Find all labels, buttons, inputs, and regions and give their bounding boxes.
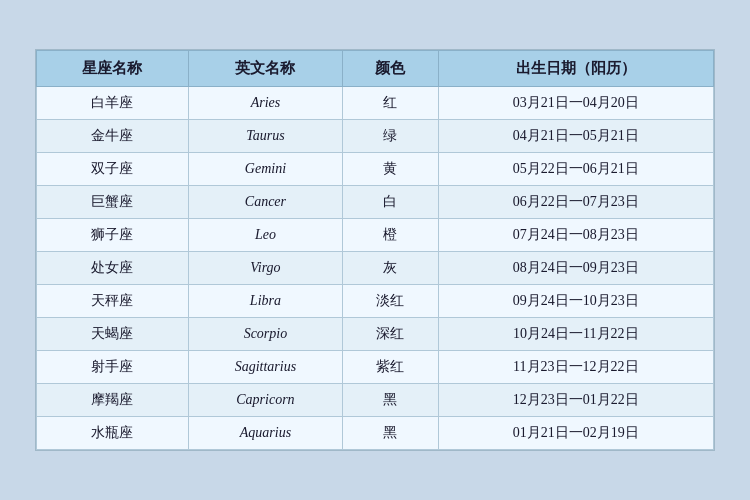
table-row: 双子座Gemini黄05月22日一06月21日 xyxy=(37,153,714,186)
cell-color: 紫红 xyxy=(343,351,439,384)
cell-color: 白 xyxy=(343,186,439,219)
cell-color: 淡红 xyxy=(343,285,439,318)
cell-dates: 01月21日一02月19日 xyxy=(438,417,713,450)
cell-en: Aquarius xyxy=(188,417,342,450)
table-row: 摩羯座Capricorn黑12月23日一01月22日 xyxy=(37,384,714,417)
cell-color: 深红 xyxy=(343,318,439,351)
cell-zh: 天蝎座 xyxy=(37,318,189,351)
table-row: 狮子座Leo橙07月24日一08月23日 xyxy=(37,219,714,252)
zodiac-table-container: 星座名称 英文名称 颜色 出生日期（阳历） 白羊座Aries红03月21日一04… xyxy=(35,49,715,451)
cell-color: 灰 xyxy=(343,252,439,285)
col-header-dates: 出生日期（阳历） xyxy=(438,51,713,87)
cell-en: Libra xyxy=(188,285,342,318)
col-header-en: 英文名称 xyxy=(188,51,342,87)
cell-dates: 10月24日一11月22日 xyxy=(438,318,713,351)
cell-color: 橙 xyxy=(343,219,439,252)
cell-zh: 摩羯座 xyxy=(37,384,189,417)
cell-zh: 射手座 xyxy=(37,351,189,384)
cell-dates: 08月24日一09月23日 xyxy=(438,252,713,285)
table-row: 处女座Virgo灰08月24日一09月23日 xyxy=(37,252,714,285)
cell-en: Taurus xyxy=(188,120,342,153)
cell-dates: 12月23日一01月22日 xyxy=(438,384,713,417)
cell-en: Scorpio xyxy=(188,318,342,351)
cell-en: Leo xyxy=(188,219,342,252)
cell-dates: 04月21日一05月21日 xyxy=(438,120,713,153)
cell-zh: 水瓶座 xyxy=(37,417,189,450)
table-row: 水瓶座Aquarius黑01月21日一02月19日 xyxy=(37,417,714,450)
cell-zh: 双子座 xyxy=(37,153,189,186)
cell-dates: 06月22日一07月23日 xyxy=(438,186,713,219)
cell-dates: 05月22日一06月21日 xyxy=(438,153,713,186)
table-row: 金牛座Taurus绿04月21日一05月21日 xyxy=(37,120,714,153)
cell-en: Aries xyxy=(188,87,342,120)
cell-dates: 07月24日一08月23日 xyxy=(438,219,713,252)
cell-color: 红 xyxy=(343,87,439,120)
cell-color: 绿 xyxy=(343,120,439,153)
table-row: 天秤座Libra淡红09月24日一10月23日 xyxy=(37,285,714,318)
cell-dates: 09月24日一10月23日 xyxy=(438,285,713,318)
cell-en: Sagittarius xyxy=(188,351,342,384)
cell-en: Capricorn xyxy=(188,384,342,417)
table-row: 巨蟹座Cancer白06月22日一07月23日 xyxy=(37,186,714,219)
cell-zh: 处女座 xyxy=(37,252,189,285)
table-body: 白羊座Aries红03月21日一04月20日金牛座Taurus绿04月21日一0… xyxy=(37,87,714,450)
table-row: 天蝎座Scorpio深红10月24日一11月22日 xyxy=(37,318,714,351)
col-header-color: 颜色 xyxy=(343,51,439,87)
table-header-row: 星座名称 英文名称 颜色 出生日期（阳历） xyxy=(37,51,714,87)
cell-en: Virgo xyxy=(188,252,342,285)
cell-dates: 03月21日一04月20日 xyxy=(438,87,713,120)
cell-zh: 巨蟹座 xyxy=(37,186,189,219)
col-header-zh: 星座名称 xyxy=(37,51,189,87)
cell-zh: 白羊座 xyxy=(37,87,189,120)
cell-dates: 11月23日一12月22日 xyxy=(438,351,713,384)
cell-zh: 天秤座 xyxy=(37,285,189,318)
cell-en: Cancer xyxy=(188,186,342,219)
table-row: 白羊座Aries红03月21日一04月20日 xyxy=(37,87,714,120)
cell-en: Gemini xyxy=(188,153,342,186)
cell-zh: 狮子座 xyxy=(37,219,189,252)
cell-color: 黑 xyxy=(343,417,439,450)
zodiac-table: 星座名称 英文名称 颜色 出生日期（阳历） 白羊座Aries红03月21日一04… xyxy=(36,50,714,450)
cell-color: 黑 xyxy=(343,384,439,417)
cell-zh: 金牛座 xyxy=(37,120,189,153)
cell-color: 黄 xyxy=(343,153,439,186)
table-row: 射手座Sagittarius紫红11月23日一12月22日 xyxy=(37,351,714,384)
